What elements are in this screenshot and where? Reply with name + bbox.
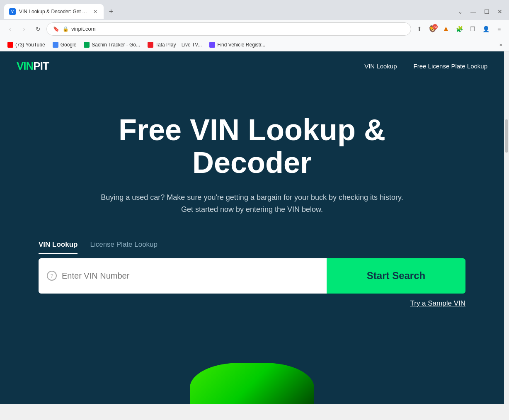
youtube-favicon: [7, 42, 13, 48]
bookmarks-more-button[interactable]: »: [497, 40, 505, 49]
bookmark-google-label: Google: [61, 42, 77, 48]
search-input-area: ?: [39, 258, 327, 294]
tata-favicon: [148, 42, 153, 48]
bookmarks-bar: (73) YouTube Google Sachin Tracker - Go.…: [0, 38, 509, 51]
nav-vin-lookup[interactable]: VIN Lookup: [364, 63, 397, 70]
navigation-bar: ‹ › ↻ 🔖 🔒 vinpit.com ⬆ 🦁 73 ▲ 🧩 ❒ 👤 ≡: [0, 20, 509, 38]
back-button[interactable]: ‹: [4, 23, 16, 35]
bookmark-tata-label: Tata Play – Live TV...: [155, 42, 202, 48]
bookmark-find[interactable]: Find Vehicle Registr...: [206, 41, 269, 49]
bookmark-youtube-label: (73) YouTube: [15, 42, 45, 48]
url-display: vinpit.com: [71, 26, 406, 32]
active-tab[interactable]: V VIN Lookup & Decoder: Get Free ✕: [4, 4, 104, 19]
find-favicon: [209, 42, 215, 48]
tab-title: VIN Lookup & Decoder: Get Free: [19, 9, 89, 15]
nav-actions: ⬆ 🦁 73 ▲ 🧩 ❒ 👤 ≡: [414, 23, 505, 35]
tab-search-button[interactable]: ⌄: [455, 7, 465, 17]
hero-title: Free VIN Lookup & Decoder: [65, 114, 439, 179]
search-section: VIN Lookup License Plate Lookup ? Start …: [22, 236, 482, 308]
bookmark-sachin[interactable]: Sachin Tracker - Go...: [80, 41, 143, 49]
tab-favicon: V: [9, 8, 16, 15]
vin-input[interactable]: [62, 271, 318, 281]
hero-section: Free VIN Lookup & Decoder Buying a used …: [0, 80, 504, 216]
sidebar-button[interactable]: ❒: [467, 23, 478, 35]
scrollbar[interactable]: [504, 119, 509, 420]
nav-license-plate[interactable]: Free License Plate Lookup: [414, 63, 487, 70]
window-controls: ⌄ — ☐ ✕: [455, 7, 505, 17]
title-bar: V VIN Lookup & Decoder: Get Free ✕ + ⌄ —…: [0, 0, 509, 20]
bookmark-tata[interactable]: Tata Play – Live TV...: [144, 41, 205, 49]
website-content: VINPIT VIN Lookup Free License Plate Loo…: [0, 51, 504, 404]
brave-badge: 73: [432, 24, 438, 29]
hero-subtitle: Buying a used car? Make sure you're gett…: [97, 192, 407, 216]
tab-close-button[interactable]: ✕: [92, 8, 99, 15]
site-logo[interactable]: VINPIT: [17, 60, 49, 73]
site-nav: VINPIT VIN Lookup Free License Plate Loo…: [0, 51, 504, 80]
sachin-favicon: [84, 42, 90, 48]
forward-button[interactable]: ›: [18, 23, 30, 35]
start-search-button[interactable]: Start Search: [327, 258, 465, 294]
lock-icon: 🔒: [63, 26, 69, 32]
menu-button[interactable]: ≡: [493, 23, 505, 35]
google-favicon: [53, 42, 58, 48]
tab-license-plate[interactable]: License Plate Lookup: [90, 236, 158, 254]
close-button[interactable]: ✕: [495, 7, 505, 17]
try-sample-link[interactable]: Try a Sample VIN: [39, 299, 465, 308]
refresh-button[interactable]: ↻: [32, 23, 44, 35]
search-help-icon[interactable]: ?: [47, 271, 57, 281]
tab-bar: V VIN Lookup & Decoder: Get Free ✕ +: [4, 4, 455, 19]
new-tab-button[interactable]: +: [105, 6, 117, 17]
site-nav-links: VIN Lookup Free License Plate Lookup: [364, 63, 487, 70]
bookmark-youtube[interactable]: (73) YouTube: [4, 41, 48, 49]
logo-vin: VIN: [17, 60, 33, 72]
minimize-button[interactable]: —: [468, 7, 478, 17]
bookmark-google[interactable]: Google: [49, 41, 80, 49]
scrollbar-thumb[interactable]: [505, 119, 508, 153]
browser-content: VINPIT VIN Lookup Free License Plate Loo…: [0, 51, 509, 404]
brave-rewards-button[interactable]: ▲: [440, 23, 452, 35]
car-image: [169, 354, 335, 404]
bookmark-find-label: Find Vehicle Registr...: [217, 42, 265, 48]
tab-vin-lookup[interactable]: VIN Lookup: [39, 236, 78, 254]
car-shape: [190, 363, 314, 404]
bookmark-sachin-label: Sachin Tracker - Go...: [92, 42, 140, 48]
bookmark-star-button[interactable]: 🔖: [52, 25, 60, 33]
extensions-button[interactable]: 🧩: [453, 23, 465, 35]
maximize-button[interactable]: ☐: [482, 7, 492, 17]
address-bar[interactable]: 🔖 🔒 vinpit.com: [46, 22, 411, 36]
brave-shield-button[interactable]: 🦁 73: [427, 23, 439, 35]
search-tabs: VIN Lookup License Plate Lookup: [39, 236, 465, 254]
search-box: ? Start Search: [39, 258, 465, 294]
logo-pit: PIT: [33, 60, 48, 72]
share-button[interactable]: ⬆: [414, 23, 425, 35]
browser-window: V VIN Lookup & Decoder: Get Free ✕ + ⌄ —…: [0, 0, 509, 420]
profile-button[interactable]: 👤: [480, 23, 492, 35]
